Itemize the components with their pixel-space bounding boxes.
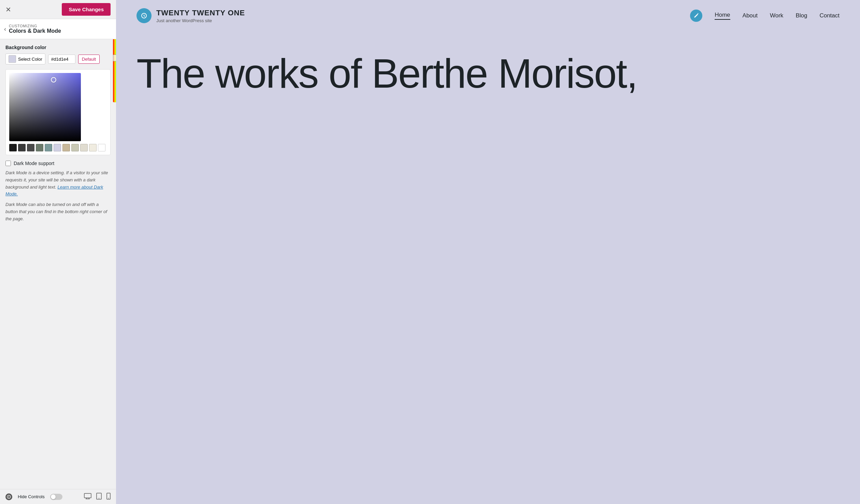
hue-slider[interactable] [113,39,116,102]
hero-content: The works of Berthe Morisot, [116,31,860,108]
hue-slider-wrap [84,73,93,141]
top-bar: ✕ Save Changes [0,0,116,19]
panel-content: Background color Select Color Default [0,39,116,489]
tablet-preview-button[interactable] [96,493,102,501]
site-name: TWENTY TWENTY ONE [156,9,245,17]
back-button[interactable]: ‹ [4,26,6,32]
color-swatch-medium-dark[interactable] [27,144,34,151]
select-color-button[interactable]: Select Color [5,54,45,64]
save-changes-button[interactable]: Save Changes [62,3,111,16]
dark-mode-checkbox-row: Dark Mode support [5,161,111,166]
color-swatch-light-tan[interactable] [71,144,79,151]
swatches-row [9,144,107,151]
select-color-label: Select Color [18,57,42,62]
nav-work[interactable]: Work [770,12,783,19]
site-branding: TWENTY TWENTY ONE Just another WordPress… [137,8,245,23]
customizing-label: Customizing [9,24,61,28]
breadcrumb: ‹ Customizing Colors & Dark Mode [0,19,116,39]
background-color-section: Background color Select Color Default [5,45,111,155]
hide-controls-toggle[interactable] [50,494,62,500]
breadcrumb-text: Customizing Colors & Dark Mode [9,24,61,34]
color-swatch-white[interactable] [98,144,105,151]
color-swatch-light[interactable] [80,144,88,151]
site-nav: Home About Work Blog Contact [690,10,840,22]
nav-home[interactable]: Home [715,12,730,20]
dark-mode-description-2: Dark Mode can also be turned on and off … [5,201,111,222]
color-swatch-cream[interactable] [89,144,97,151]
picker-top [9,73,107,141]
saturation-field[interactable] [9,73,81,141]
color-swatch-tan[interactable] [62,144,70,151]
site-header: TWENTY TWENTY ONE Just another WordPress… [116,0,860,31]
svg-rect-2 [84,493,91,498]
nav-contact[interactable]: Contact [819,12,840,19]
section-title: Colors & Dark Mode [9,28,61,34]
color-swatch-preview [9,55,16,63]
color-swatch-lavender[interactable] [54,144,61,151]
site-tagline: Just another WordPress site [156,18,245,23]
color-swatch-dark-green[interactable] [36,144,43,151]
color-swatch-dark[interactable] [18,144,26,151]
hide-controls-icon [5,493,12,500]
mobile-preview-button[interactable] [106,493,111,501]
hide-controls-button[interactable]: Hide Controls [18,494,45,499]
hero-text: The works of Berthe Morisot, [137,52,840,95]
dark-mode-section: Dark Mode support Dark Mode is a device … [5,161,111,223]
device-icons [84,493,111,501]
dark-mode-description: Dark Mode is a device setting. If a visi… [5,169,111,198]
dark-mode-checkbox[interactable] [5,161,11,166]
color-controls: Select Color Default [5,54,111,64]
close-button[interactable]: ✕ [5,6,11,13]
nav-about[interactable]: About [743,12,758,19]
default-color-button[interactable]: Default [78,55,100,64]
hex-color-input[interactable] [48,55,75,64]
color-swatch-dark-gray[interactable] [9,144,17,151]
color-swatch-teal[interactable] [45,144,52,151]
picker-cursor [51,77,56,83]
color-picker [5,69,111,155]
desktop-preview-button[interactable] [84,493,91,501]
edit-nav-icon[interactable] [690,10,702,22]
background-color-label: Background color [5,45,111,50]
bottom-bar: Hide Controls [0,489,116,504]
customizer-panel: ✕ Save Changes ‹ Customizing Colors & Da… [0,0,116,504]
site-logo-icon[interactable] [137,8,152,23]
preview-panel: TWENTY TWENTY ONE Just another WordPress… [116,0,860,504]
dark-mode-label[interactable]: Dark Mode support [14,161,54,166]
toggle-knob [51,494,56,499]
site-name-group: TWENTY TWENTY ONE Just another WordPress… [156,9,245,23]
nav-blog[interactable]: Blog [796,12,807,19]
